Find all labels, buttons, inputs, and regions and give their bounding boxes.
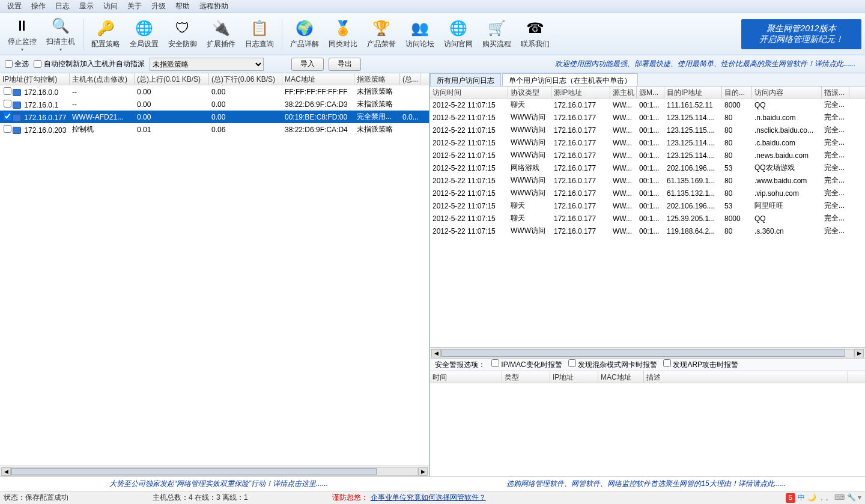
website-icon: 🌐 <box>449 19 468 38</box>
status-bar: 状态：保存配置成功 主机总数：4 在线：3 离线：1 谨防忽悠： 企事业单位究竟… <box>0 491 865 504</box>
host-col-5[interactable]: 指派策略 <box>354 73 400 85</box>
log-col-8[interactable]: 指派... <box>822 87 849 98</box>
alert-panel: 时间类型IP地址MAC地址描述 <box>430 371 865 476</box>
log-col-4[interactable]: 源M... <box>637 87 664 98</box>
log-row[interactable]: 2012-5-22 11:07:15WWW访问172.16.0.177WW...… <box>430 174 865 187</box>
host-count-text: 主机总数：4 在线：3 离线：1 <box>153 493 248 503</box>
alert-options-bar: 安全警报选项： IP/MAC变化时报警 发现混杂模式网卡时报警 发现ARP攻击时… <box>430 358 865 371</box>
global-settings-button[interactable]: 🌐全局设置 <box>126 16 163 53</box>
log-row[interactable]: 2012-5-22 11:07:15WWW访问172.16.0.177WW...… <box>430 149 865 162</box>
config-policy-icon: 🔑 <box>96 19 115 38</box>
config-policy-button[interactable]: 🔑配置策略 <box>87 16 124 53</box>
menu-访问[interactable]: 访问 <box>99 1 123 11</box>
compare-button[interactable]: 🏅同类对比 <box>324 16 362 53</box>
host-row[interactable]: 172.16.0.177WWW-AFD21...0.000.0000:19:BE… <box>0 111 429 123</box>
host-col-4[interactable]: MAC地址 <box>282 73 354 85</box>
menu-远程协助[interactable]: 远程协助 <box>195 1 233 11</box>
alert-table-body[interactable] <box>430 383 865 476</box>
security-defense-button[interactable]: 🛡安全防御 <box>164 16 201 53</box>
alert-col-4[interactable]: 描述 <box>644 371 848 383</box>
menu-操作[interactable]: 操作 <box>26 1 50 11</box>
tab-all-users[interactable]: 所有用户访问日志 <box>430 73 501 86</box>
log-row[interactable]: 2012-5-22 11:07:15WWW访问172.16.0.177WW...… <box>430 187 865 199</box>
ime-indicator[interactable]: S 中 🌙 ，。 ⌨ 🔧 ▾ <box>786 493 861 503</box>
tip-link[interactable]: 企事业单位究竟如何选择网管软件？ <box>371 493 486 503</box>
host-col-2[interactable]: (总)上行(0.01 KB/S) <box>135 73 209 85</box>
log-row[interactable]: 2012-5-22 11:07:15WWW访问172.16.0.177WW...… <box>430 124 865 136</box>
host-h-scrollbar[interactable]: ◀▶ <box>0 466 429 476</box>
contact-button[interactable]: ☎联系我们 <box>517 16 554 53</box>
log-col-5[interactable]: 目的IP地址 <box>664 87 722 98</box>
log-col-3[interactable]: 源主机 <box>610 87 637 98</box>
compare-icon: 🏅 <box>333 19 353 38</box>
plugins-button[interactable]: 🔌扩展插件 <box>202 16 240 53</box>
forum-button[interactable]: 👥访问论坛 <box>401 16 439 53</box>
tab-single-user[interactable]: 单个用户访问日志（在主机表中单击） <box>502 73 638 86</box>
log-col-2[interactable]: 源IP地址 <box>551 87 610 98</box>
log-col-6[interactable]: 目的... <box>722 87 752 98</box>
log-col-1[interactable]: 协议类型 <box>508 87 551 98</box>
log-col-7[interactable]: 访问内容 <box>752 87 822 98</box>
footer-link-right[interactable]: 选购网络管理软件、网管软件、网络监控软件首选聚生网管的15大理由！详情请点此..… <box>432 479 860 489</box>
scan-host-button[interactable]: 🔍扫描主机▾ <box>42 16 79 53</box>
stop-monitor-button[interactable]: ⏸停止监控▾ <box>4 16 41 53</box>
purchase-button[interactable]: 🛒购买流程 <box>478 16 515 53</box>
auto-control-checkbox[interactable]: 自动控制新加入主机并自动指派 <box>34 59 144 69</box>
product-detail-button[interactable]: 🌍产品详解 <box>286 16 323 53</box>
global-settings-icon: 🌐 <box>135 19 154 38</box>
log-row[interactable]: 2012-5-22 11:07:15聊天172.16.0.177WW...00:… <box>430 199 865 212</box>
footer-link-left[interactable]: 大势至公司独家发起“网络管理实效双重保险”行动！详情点击这里...... <box>5 479 432 489</box>
marquee-text[interactable]: 欢迎使用国内功能最强、部署最快捷、使用最简单、性价比最高的聚生网管软件！详情点此… <box>366 59 860 69</box>
host-row[interactable]: 172.16.0.203控制机0.010.0638:22:D6:9F:CA:D4… <box>0 123 429 136</box>
select-all-checkbox[interactable]: 全选 <box>5 59 29 69</box>
log-pane: 所有用户访问日志 单个用户访问日志（在主机表中单击） 访问时间协议类型源IP地址… <box>430 73 865 476</box>
alert-ipmac-checkbox[interactable]: IP/MAC变化时报警 <box>491 359 562 370</box>
log-query-icon: 📋 <box>250 19 269 38</box>
import-button[interactable]: 导入 <box>291 58 324 71</box>
alert-col-2[interactable]: IP地址 <box>550 371 598 383</box>
host-col-3[interactable]: (总)下行(0.06 KB/S) <box>209 73 282 85</box>
menu-设置[interactable]: 设置 <box>2 1 26 11</box>
honors-button[interactable]: 🏆产品荣誉 <box>363 16 400 53</box>
host-col-6[interactable]: (总... <box>400 73 420 85</box>
control-bar: 全选 自动控制新加入主机并自动指派 未指派策略 导入 导出 欢迎使用国内功能最强… <box>0 55 865 73</box>
policy-dropdown[interactable]: 未指派策略 <box>150 58 264 71</box>
log-row[interactable]: 2012-5-22 11:07:15聊天172.16.0.177WW...00:… <box>430 99 865 111</box>
log-row[interactable]: 2012-5-22 11:07:15网络游戏172.16.0.177WW...0… <box>430 162 865 174</box>
product-detail-icon: 🌍 <box>295 19 314 38</box>
log-table-body[interactable]: 2012-5-22 11:07:15聊天172.16.0.177WW...00:… <box>430 99 865 347</box>
log-h-scrollbar[interactable]: ◀▶ <box>430 347 865 358</box>
menu-关于[interactable]: 关于 <box>123 1 147 11</box>
menu-升级[interactable]: 升级 <box>147 1 171 11</box>
host-row[interactable]: 172.16.0.1--0.000.0038:22:D6:9F:CA:D3未指派… <box>0 98 429 111</box>
host-col-0[interactable]: IP地址(打勾控制) <box>0 73 70 85</box>
host-pane: IP地址(打勾控制)主机名(点击修改)(总)上行(0.01 KB/S)(总)下行… <box>0 73 430 476</box>
log-row[interactable]: 2012-5-22 11:07:15WWW访问172.16.0.177WW...… <box>430 136 865 149</box>
alert-promisc-checkbox[interactable]: 发现混杂模式网卡时报警 <box>568 359 657 370</box>
log-row[interactable]: 2012-5-22 11:07:15WWW访问172.16.0.177WW...… <box>430 111 865 124</box>
menu-帮助[interactable]: 帮助 <box>171 1 195 11</box>
menu-日志[interactable]: 日志 <box>50 1 74 11</box>
security-defense-icon: 🛡 <box>173 19 192 38</box>
menu-显示[interactable]: 显示 <box>74 1 99 11</box>
website-button[interactable]: 🌐访问官网 <box>440 16 477 53</box>
log-col-0[interactable]: 访问时间 <box>430 87 508 98</box>
alert-col-1[interactable]: 类型 <box>502 371 550 383</box>
host-col-1[interactable]: 主机名(点击修改) <box>70 73 135 85</box>
plugins-icon: 🔌 <box>211 19 231 38</box>
alert-label: 安全警报选项： <box>435 360 485 370</box>
alert-col-0[interactable]: 时间 <box>430 371 502 383</box>
alert-col-3[interactable]: MAC地址 <box>598 371 644 383</box>
alert-table-header: 时间类型IP地址MAC地址描述 <box>430 371 865 383</box>
log-row[interactable]: 2012-5-22 11:07:15WWW访问172.16.0.177WW...… <box>430 225 865 237</box>
status-text: 状态：保存配置成功 <box>4 493 68 503</box>
log-query-button[interactable]: 📋日志查询 <box>241 16 278 53</box>
log-row[interactable]: 2012-5-22 11:07:15聊天172.16.0.177WW...00:… <box>430 212 865 225</box>
host-table-body[interactable]: 172.16.0.0--0.000.00FF:FF:FF:FF:FF:FF未指派… <box>0 85 429 466</box>
promo-banner[interactable]: 聚生网管2012版本开启网络管理新纪元！ <box>741 19 861 49</box>
export-button[interactable]: 导出 <box>329 58 361 71</box>
alert-arp-checkbox[interactable]: 发现ARP攻击时报警 <box>663 359 738 370</box>
host-row[interactable]: 172.16.0.0--0.000.00FF:FF:FF:FF:FF:FF未指派… <box>0 85 429 98</box>
purchase-icon: 🛒 <box>487 19 506 38</box>
menubar: 设置操作日志显示访问关于升级帮助远程协助 <box>0 0 865 13</box>
